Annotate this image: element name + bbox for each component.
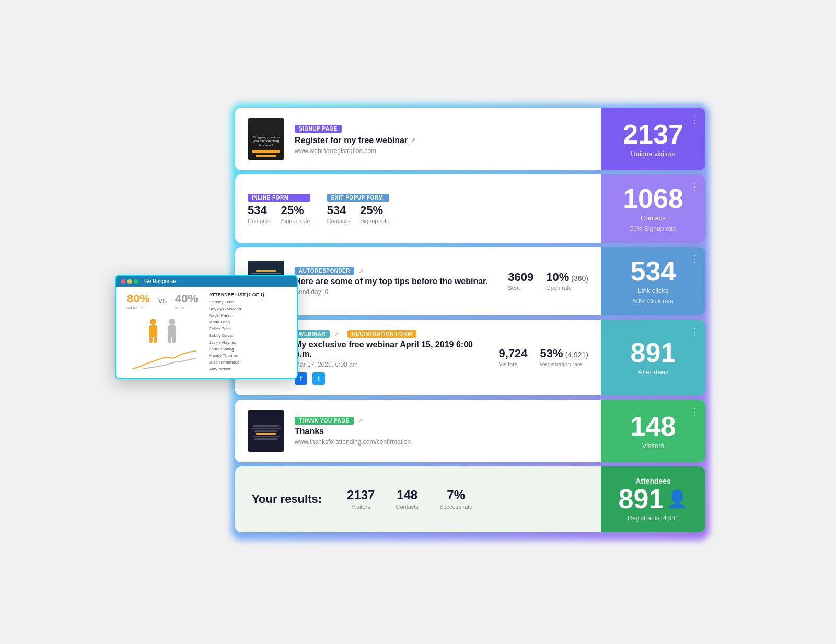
thankyou-stat: ⋮ 148 Visitors — [601, 400, 705, 462]
autoresponder-stat: ⋮ 534 Link clicks 50% Click rate — [601, 247, 705, 315]
signup-stat-number: 2137 — [623, 121, 683, 148]
thankyou-row: THANK YOU PAGE ↗ Thanks www.thanksforatt… — [235, 400, 705, 462]
inline-signup-rate: 25% Signup rate — [281, 205, 310, 224]
thankyou-text: THANK YOU PAGE ↗ Thanks www.thanksforatt… — [295, 417, 588, 446]
minimize-dot — [127, 279, 132, 284]
signup-badge: SIGNUP PAGE — [295, 125, 342, 133]
exit-form-badge: EXIT POPUP FORM — [327, 194, 390, 202]
inline-form-group: INLINE FORM 534 Contacts 25% Signup rate — [248, 194, 310, 224]
webinar-more-btn[interactable]: ⋮ — [690, 326, 700, 337]
forms-more-btn[interactable]: ⋮ — [690, 181, 700, 192]
exit-contacts: 534 Contacts — [327, 205, 350, 224]
widget-header: GetResponse — [116, 276, 297, 287]
results-label: Your results: — [252, 493, 322, 506]
thankyou-badge: THANK YOU PAGE — [295, 417, 354, 425]
thankyou-stat-number: 148 — [631, 413, 676, 440]
signup-stat: ⋮ 2137 Unique visitors — [601, 108, 705, 170]
widget-title: GetResponse — [144, 278, 176, 284]
signup-text: SIGNUP PAGE Register for my free webinar… — [295, 123, 588, 155]
widget-dots — [121, 279, 138, 284]
autoresponder-text: AUTORESPONDER ↗ Here are some of my top … — [295, 267, 497, 296]
attendees-label: Attendees — [635, 477, 671, 485]
funnel-cards: Struggling to set up your own coaching b… — [235, 108, 705, 536]
webinar-visitors: 9,724 Visitors — [499, 348, 528, 367]
signup-stat-label: Unique visitors — [631, 150, 675, 158]
webinar-date: Mar 17, 2020, 6:00 am — [295, 361, 489, 368]
forms-stat-sublabel: 50% Signup rate — [630, 225, 677, 232]
forms-stat-label: Contacs — [641, 214, 666, 222]
signup-page-row: Struggling to set up your own coaching b… — [235, 108, 705, 170]
results-row: Your results: 2137 Visitors 148 Contacts… — [235, 466, 705, 532]
results-stats: 2137 Visitors 148 Contacts 7% Success ra… — [347, 489, 472, 510]
signup-title: Register for my free webinar ↗ — [295, 136, 588, 145]
autoresponder-badge: AUTORESPONDER — [295, 267, 354, 275]
widget-attendee-list: ATTENDEE LIST (1 OF 1) Lindsey Fiser Hay… — [209, 292, 292, 369]
webinar-row: WEBINAR ↗ REGISTRATION FORM My exclusive… — [235, 320, 705, 395]
webinar-reg-rate: 53% (4,921) Registration rate — [540, 348, 588, 367]
thankyou-link-icon[interactable]: ↗ — [358, 417, 363, 424]
webinar-stat-label: Attendees — [638, 368, 669, 376]
widget-gender-stats: 80% WOMEN VS 40% MEN — [127, 292, 198, 310]
men-stat: 40% MEN — [175, 292, 198, 310]
women-figure — [149, 319, 157, 343]
close-dot — [121, 279, 125, 284]
maximize-dot — [134, 279, 138, 284]
forms-stat-number: 1068 — [623, 185, 683, 212]
thankyou-thumbnail — [248, 410, 284, 452]
widget-stats-left: 80% WOMEN VS 40% MEN — [121, 292, 204, 369]
autoresponder-more-btn[interactable]: ⋮ — [690, 253, 700, 265]
autoresponder-open-rate: 10% (360) Open rate — [546, 272, 588, 291]
signup-page-content: Struggling to set up your own coaching b… — [235, 108, 601, 170]
widget-body: 80% WOMEN VS 40% MEN — [116, 287, 297, 374]
signup-url: www.webinarregistration.com — [295, 147, 588, 155]
result-contacts: 148 Contacts — [396, 489, 418, 510]
person-icon: 👤 — [667, 490, 688, 507]
regform-badge: REGISTRATION FORM — [347, 330, 416, 338]
forms-stat: ⋮ 1068 Contacs 50% Signup rate — [601, 174, 705, 243]
women-stat: 80% WOMEN — [127, 292, 150, 310]
twitter-icon[interactable]: t — [312, 372, 325, 385]
results-attendees-box: Attendees 891 👤 Registrants: 4,981 — [601, 466, 705, 532]
autoresponder-stats: 3609 Sent 10% (360) Open rate — [508, 272, 588, 291]
autoresponder-link-icon[interactable]: ↗ — [358, 267, 364, 275]
thankyou-more-btn[interactable]: ⋮ — [690, 406, 700, 417]
forms-content: INLINE FORM 534 Contacts 25% Signup rate — [235, 174, 601, 243]
thankyou-title: Thanks — [295, 427, 588, 436]
result-success-rate: 7% Success rate — [439, 489, 473, 510]
signup-thumbnail: Struggling to set up your own coaching b… — [248, 118, 284, 160]
autoresponder-sendday: Send day: 0 — [295, 288, 497, 296]
thankyou-url: www.thanksforattending.com/confirmation — [295, 438, 588, 446]
attendees-number: 891 👤 — [619, 485, 688, 512]
men-figure — [168, 319, 176, 343]
autoresponder-stat-label: Link clicks — [637, 287, 668, 295]
autoresponder-title: Here are some of my top tips before the … — [295, 277, 497, 286]
forms-row: INLINE FORM 534 Contacts 25% Signup rate — [235, 174, 705, 243]
webinar-title: My exclusive free webinar April 15, 2019… — [295, 340, 489, 359]
webinar-link-icon[interactable]: ↗ — [334, 331, 339, 338]
social-icons: f t — [295, 372, 489, 385]
mini-chart: 2010 2011 2012 2013 2014 2015 — [129, 347, 196, 369]
thankyou-stat-label: Visitors — [642, 442, 664, 450]
webinar-badge: WEBINAR — [295, 330, 330, 338]
analytics-widget: GetResponse 80% WOMEN VS 40% MEN — [115, 275, 298, 379]
exit-form-vals: 534 Contacts 25% Signup rate — [327, 205, 390, 224]
autoresponder-sent: 3609 Sent — [508, 272, 533, 291]
registrants-label: Registrants: 4,981 — [628, 514, 678, 522]
webinar-stat: ⋮ 891 Attendees — [601, 320, 705, 395]
results-content: Your results: 2137 Visitors 148 Contacts… — [235, 476, 601, 522]
autoresponder-stat-number: 534 — [631, 257, 676, 285]
result-visitors: 2137 Visitors — [347, 489, 375, 510]
autoresponder-row: AUTORESPONDER ↗ Here are some of my top … — [235, 247, 705, 315]
exit-form-group: EXIT POPUP FORM 534 Contacts 25% Signup … — [327, 194, 390, 224]
signup-more-btn[interactable]: ⋮ — [690, 114, 700, 125]
funnel-stack: Struggling to set up your own coaching b… — [235, 108, 705, 536]
figure-icons — [149, 319, 176, 343]
webinar-text: WEBINAR ↗ REGISTRATION FORM My exclusive… — [295, 330, 489, 385]
webinar-stat-number: 891 — [631, 339, 676, 366]
ext-link-icon[interactable]: ↗ — [411, 137, 416, 144]
forms-double: INLINE FORM 534 Contacts 25% Signup rate — [248, 194, 389, 224]
inline-form-vals: 534 Contacts 25% Signup rate — [248, 205, 310, 224]
thankyou-content: THANK YOU PAGE ↗ Thanks www.thanksforatt… — [235, 400, 601, 462]
inline-form-badge: INLINE FORM — [248, 194, 310, 202]
page-wrapper: GetResponse 80% WOMEN VS 40% MEN — [131, 108, 705, 536]
